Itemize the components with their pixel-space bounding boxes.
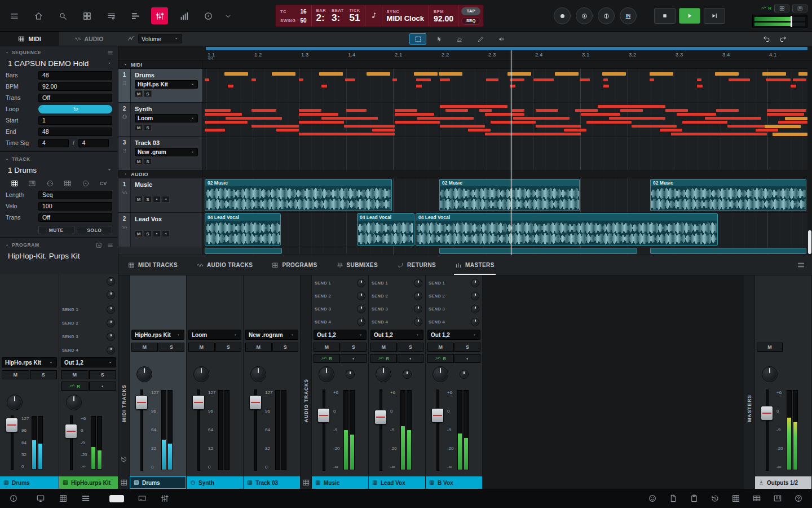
timesig-numerator[interactable]: 4 <box>38 139 69 147</box>
strip-output-dropdown[interactable]: HipHo.rps Kit <box>2 357 57 367</box>
insert-knob[interactable] <box>107 277 115 286</box>
record-button[interactable] <box>554 7 571 24</box>
midi-note[interactable] <box>677 113 716 116</box>
info-icon[interactable] <box>9 494 18 503</box>
midi-note[interactable] <box>367 72 390 76</box>
mixer-strip-track03[interactable]: New .rogramMS1279664320Track 03 <box>244 275 301 489</box>
send-knob[interactable] <box>107 346 115 354</box>
param-value-start[interactable]: 1 <box>38 116 112 125</box>
mixer-strip-music[interactable]: SEND 1SEND 2SEND 3SEND 4Out 1,2MSR+60-9-… <box>312 275 369 489</box>
timing-correct-section[interactable]: TC16 SWING50 <box>276 5 312 27</box>
strip-output-dropdown[interactable]: Loom <box>188 330 241 340</box>
midi-note[interactable] <box>372 129 395 132</box>
fader-handle[interactable] <box>6 418 18 432</box>
midi-note[interactable] <box>785 117 807 120</box>
tab-midi[interactable]: MIDI <box>0 32 59 46</box>
track-selector[interactable]: 1 Drums <box>0 164 118 176</box>
keygroup-track-type-icon[interactable] <box>24 178 40 188</box>
automation-read-button[interactable]: R <box>314 354 340 363</box>
midi-lane-track-03[interactable] <box>203 137 807 170</box>
grid-icon[interactable] <box>731 494 740 503</box>
fader-handle[interactable] <box>761 406 773 421</box>
track-program-dropdown[interactable]: HipH.ps Kit <box>135 80 198 89</box>
midi-note[interactable] <box>773 133 807 136</box>
track-mute-button[interactable]: M <box>135 90 143 97</box>
track-solo-button[interactable]: SOLO <box>77 226 113 234</box>
midi-section-header[interactable]: MIDI <box>118 61 202 69</box>
strip-name-label[interactable]: Synth <box>187 476 243 489</box>
strip-name-label[interactable]: Drums <box>0 476 59 489</box>
midi-note[interactable] <box>321 85 327 87</box>
aux-knob[interactable] <box>403 370 412 379</box>
play-button[interactable] <box>679 8 700 24</box>
fader-handle[interactable] <box>249 395 262 410</box>
overdub-button[interactable] <box>576 7 593 24</box>
aux-knob[interactable] <box>460 370 469 379</box>
midi-note[interactable] <box>729 78 750 81</box>
midi-note[interactable] <box>205 109 231 112</box>
strip-name-label[interactable]: B Vox <box>426 476 482 489</box>
mixer-tab-midi-tracks[interactable]: MIDI TRACKS <box>118 255 187 275</box>
midi-note[interactable] <box>321 117 378 120</box>
program-menu-icon[interactable] <box>107 242 113 248</box>
mixer-tab-submixes[interactable]: SUBMIXES <box>327 255 387 275</box>
loop-region-band[interactable] <box>206 47 807 50</box>
audio-clip[interactable]: 02 Music <box>439 179 580 211</box>
midi-note[interactable] <box>299 133 395 135</box>
midi-note[interactable] <box>276 129 299 132</box>
insert-knob[interactable] <box>107 291 115 299</box>
add-program-icon[interactable] <box>96 242 102 248</box>
midi-note[interactable] <box>756 129 778 132</box>
drum-track-type-icon[interactable] <box>7 178 23 188</box>
track-mute-button[interactable]: M <box>135 124 143 131</box>
strip-mute-button[interactable]: M <box>245 343 272 352</box>
track-list-item-partial[interactable] <box>118 247 202 255</box>
strip-mute-button[interactable]: M <box>61 370 89 379</box>
midi-note[interactable] <box>416 85 422 87</box>
midi-note[interactable] <box>485 133 581 135</box>
clipboard-icon[interactable] <box>690 494 699 503</box>
mixer-view-icon[interactable] <box>160 494 169 503</box>
program-section-header[interactable]: PROGRAM <box>0 240 118 249</box>
smiley-icon[interactable] <box>648 494 657 503</box>
send-knob[interactable] <box>471 305 479 313</box>
monitor-icon[interactable] <box>36 494 45 503</box>
aux-knob[interactable] <box>346 370 355 379</box>
pencil-tool[interactable] <box>472 33 489 45</box>
mixer-tab-masters[interactable]: MASTERS <box>445 255 504 275</box>
midi-note[interactable] <box>536 125 581 128</box>
arrangement-grid[interactable]: 02 Music02 Music02 Music04 Lead Vocal04 … <box>203 61 807 255</box>
send-knob[interactable] <box>471 292 479 300</box>
redo-icon[interactable] <box>779 34 787 43</box>
input-monitor-button[interactable] <box>454 354 481 363</box>
strip-solo-button[interactable]: S <box>30 370 58 379</box>
pan-knob[interactable] <box>762 366 778 382</box>
automation-read-badge[interactable]: R <box>761 5 771 11</box>
midi-note[interactable] <box>205 129 225 132</box>
midi-note[interactable] <box>205 78 209 81</box>
send-knob[interactable] <box>357 318 365 326</box>
midi-note[interactable] <box>650 78 654 81</box>
track-list-item-music[interactable]: 1MusicMS <box>118 178 202 213</box>
strip-solo-button[interactable]: S <box>398 343 424 352</box>
midi-note[interactable] <box>299 109 321 112</box>
audio-lane-partial[interactable] <box>203 247 807 255</box>
metronome-section[interactable] <box>365 5 382 27</box>
mixer-tab-returns[interactable]: RETURNS <box>387 255 445 275</box>
program-selector[interactable]: HipHop-Kit. Purps Kit <box>0 249 118 262</box>
scrollbar-thumb[interactable] <box>808 230 811 254</box>
strip-name-label[interactable]: Music <box>312 476 368 489</box>
strip-output-dropdown[interactable]: New .rogram <box>245 330 298 340</box>
midi-note[interactable] <box>665 109 688 112</box>
input-monitor-button[interactable] <box>341 354 367 363</box>
sync-section[interactable]: SYNC MIDI Clock <box>382 5 429 27</box>
pan-knob[interactable] <box>66 395 82 410</box>
tab-audio[interactable]: AUDIO <box>59 32 118 46</box>
midi-note[interactable] <box>798 72 807 76</box>
input-monitor-button[interactable] <box>162 196 170 203</box>
help-icon[interactable] <box>794 494 803 503</box>
midi-note[interactable] <box>346 109 367 112</box>
param-value-velo[interactable]: 100 <box>38 202 112 211</box>
home-icon[interactable] <box>30 7 47 24</box>
fader-handle[interactable] <box>317 408 330 423</box>
